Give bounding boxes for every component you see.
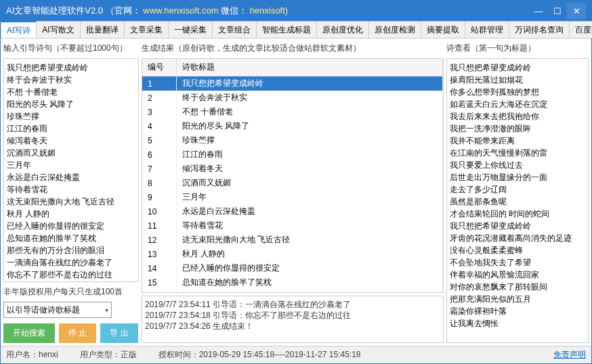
minimize-button[interactable]: — (529, 3, 548, 19)
tab-12[interactable]: 百度推送 (569, 21, 592, 38)
tab-1[interactable]: AI写散文 (36, 21, 80, 38)
tab-10[interactable]: 站群管理 (465, 21, 509, 38)
stop-button[interactable]: 停 止 (59, 323, 96, 343)
disclaimer-link[interactable]: 免责声明 (553, 349, 586, 361)
maximize-button[interactable]: ☐ (548, 3, 567, 19)
tab-11[interactable]: 万词排名查询 (509, 21, 570, 38)
status-user: 用户名：henxi (6, 349, 58, 361)
status-type: 用户类型：正版 (80, 349, 137, 361)
tab-9[interactable]: 摘要提取 (421, 21, 465, 38)
tab-8[interactable]: 原创度检测 (368, 21, 421, 38)
col-no[interactable]: 编号 (142, 59, 176, 76)
table-row[interactable]: 16那些无有的万分含泪的眼泪 (142, 290, 443, 293)
result-header: 生成结果（原创诗歌，生成的文章比较适合做站群软文素材） (142, 41, 444, 55)
app-name: AI文章智能处理软件V2.0 (6, 5, 103, 16)
table-row[interactable]: 1我只想把希望变成岭岭 (142, 76, 443, 91)
weixin-value: henxisoft) (250, 5, 288, 16)
start-search-button[interactable]: 开始搜索 (3, 323, 55, 343)
table-row[interactable]: 2终于会奔波于秋实 (142, 91, 443, 105)
tab-6[interactable]: 智能生成标题 (256, 21, 317, 38)
tab-3[interactable]: 文章采集 (124, 21, 169, 38)
statusbar: 用户名：henxi 用户类型：正版 授权时间：2019-05-29 15:45:… (1, 346, 591, 363)
table-row[interactable]: 5珍珠苎撑 (142, 133, 443, 147)
tab-bar: AI写诗AI写散文批量翻译文章采集一键采集文章组合智能生成标题原创度优化原创度检… (1, 21, 591, 39)
table-row[interactable]: 6江江的春雨 (142, 147, 443, 162)
poem-header: 诗查看（第一句为标题） (446, 41, 589, 55)
tab-2[interactable]: 批量翻译 (80, 21, 125, 38)
website-label: （官网： (106, 5, 141, 16)
input-header: 输入引导诗句（不要超过1000句） (3, 41, 139, 55)
table-row[interactable]: 9三月年 (142, 190, 443, 204)
table-row[interactable]: 13秋月 人静的 (142, 247, 443, 261)
tab-7[interactable]: 原创度优化 (316, 21, 369, 38)
table-row[interactable]: 10永远是白云深处掩盖 (142, 204, 443, 219)
table-row[interactable]: 4阳光的尽头 风降了 (142, 119, 443, 133)
quota-text: 非年版授权用户每天只生成100首 (3, 285, 139, 299)
select-value: 以引导语做诗歌标题 (7, 304, 80, 316)
table-row[interactable]: 3不想 十番偕老 (142, 105, 443, 119)
table-row[interactable]: 12这无束阳光撒向大地 飞近古径 (142, 233, 443, 247)
chevron-down-icon: ▾ (105, 306, 108, 314)
status-auth: 授权时间：2019-05-29 15:45:18----2019-11-27 1… (158, 349, 361, 361)
website-url: www.henxisoft.com (143, 5, 218, 16)
input-textarea[interactable]: 我只想把希望变成岭岭 终于会奔波于秋实 不想 十番偕老 阳光的尽头 风降了 珍珠… (3, 58, 139, 282)
export-button[interactable]: 导 出 (100, 323, 138, 343)
log-box: 2019/7/7 23:54:11 引导语：一滴滴自落在残红的沙裹老了2019/… (142, 296, 444, 343)
titlebar: AI文章智能处理软件V2.0 （官网： www.henxisoft.com 微信… (1, 1, 591, 21)
tab-5[interactable]: 文章组合 (212, 21, 257, 38)
table-row[interactable]: 11等待着雪花 (142, 219, 443, 233)
table-row[interactable]: 14已经入睡的你显得的很安定 (142, 261, 443, 275)
titlebar-text: AI文章智能处理软件V2.0 （官网： www.henxisoft.com 微信… (6, 5, 529, 17)
tab-4[interactable]: 一键采集 (168, 21, 213, 38)
table-row[interactable]: 8沉酒而又妩媚 (142, 176, 443, 190)
title-mode-select[interactable]: 以引导语做诗歌标题 ▾ (3, 302, 112, 318)
poem-view[interactable]: 我只想把希望变成岭岭操肩阳光落过如烟花你多么想带到孤独的梦想如若蓝天白云大海还在… (446, 58, 589, 343)
table-row[interactable]: 15总知道在她的脸半了笑枕 (142, 275, 443, 290)
table-row[interactable]: 7倾泻着冬天 (142, 162, 443, 176)
tab-0[interactable]: AI写诗 (1, 21, 37, 38)
col-title[interactable]: 诗歌标题 (176, 59, 443, 76)
weixin-label: 微信： (221, 5, 247, 16)
close-button[interactable]: ✕ (567, 3, 586, 19)
result-table[interactable]: 编号 诗歌标题 1我只想把希望变成岭岭2终于会奔波于秋实3不想 十番偕老4阳光的… (142, 58, 444, 293)
